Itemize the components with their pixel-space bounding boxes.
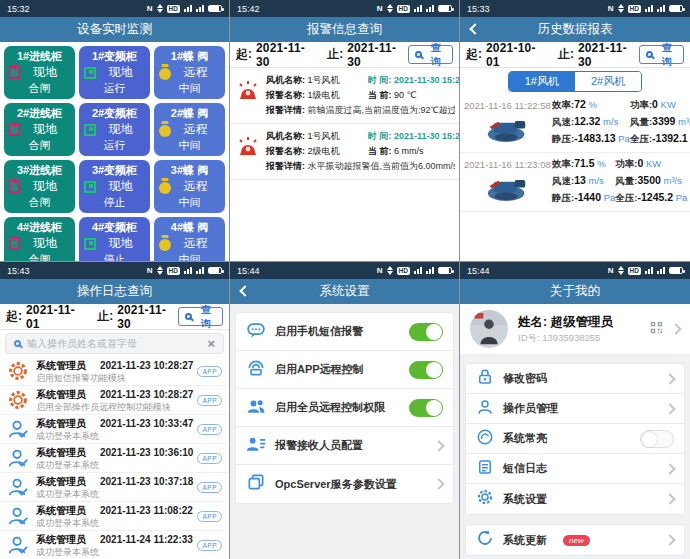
setting-sms-alarm[interactable]: 启用手机短信报警: [236, 313, 453, 351]
signal-icon: [414, 5, 422, 12]
log-timestamp: 2021-11-23 10:28:27: [100, 388, 193, 401]
about-system-settings[interactable]: 系统设置: [466, 484, 684, 514]
device-state: 合闸: [9, 138, 70, 153]
clock: 15:32: [7, 4, 30, 14]
date-to[interactable]: 2021-11-30: [117, 303, 174, 331]
user-check-icon: [6, 447, 30, 469]
battery-icon: [208, 5, 222, 12]
fan-name: 1号风机: [308, 131, 340, 141]
clock: 15:42: [237, 4, 260, 14]
screenshot-collage: 15:32 N HD 设备实时监测 1#进线柜 现地 合闸 1#变频柜 现地: [0, 0, 690, 559]
inverter-icon: [84, 181, 96, 193]
network-speed-icon: [387, 4, 393, 13]
keep-screen-on-toggle[interactable]: [640, 430, 674, 448]
title-bar: 报警信息查询: [230, 17, 459, 42]
breaker-icon: [9, 66, 20, 79]
device-card-incoming-3[interactable]: 3#进线柜 现地 合闸: [4, 160, 75, 213]
user-id: 13935938255: [542, 332, 600, 343]
gear-icon: [6, 360, 30, 382]
back-button[interactable]: [469, 23, 480, 34]
page-title: 关于我的: [550, 283, 600, 300]
fan-name: 1号风机: [308, 75, 340, 85]
device-mode: 现地: [20, 64, 70, 81]
device-card-inverter-4[interactable]: 4#变频柜 现地 停止: [79, 217, 150, 261]
about-keep-screen-on[interactable]: 系统常亮: [466, 424, 684, 454]
device-card-valve-4[interactable]: 4#蝶 阀 远程 中间: [154, 217, 225, 261]
setting-app-remote[interactable]: 启用APP远程控制: [236, 351, 453, 389]
date-from[interactable]: 2021-11-30: [256, 41, 313, 69]
app-remote-toggle[interactable]: [409, 361, 443, 379]
chevron-right-icon: [433, 440, 444, 451]
device-card-valve-3[interactable]: 3#蝶 阀 远程 中间: [154, 160, 225, 213]
alarm-time: 2021-11-30 15:23:36: [394, 75, 459, 85]
device-title: 2#蝶 阀: [159, 106, 220, 121]
panel-history-report: 15:33 N HD 历史数据报表 起: 2021-10-01 止: 2021-…: [460, 0, 690, 261]
operator-search-input[interactable]: 输入操作员姓名或首字母 ×: [5, 333, 224, 354]
alarm-time: 2021-11-30 15:27:26: [394, 131, 459, 141]
battery-icon: [208, 267, 222, 274]
query-button[interactable]: 查 询: [408, 45, 453, 64]
users-icon: [246, 396, 266, 420]
device-card-incoming-4[interactable]: 4#进线柜 现地 合闸: [4, 217, 75, 261]
alarm-current-value: 90 ℃: [394, 90, 417, 100]
signal-icon: [645, 267, 653, 274]
fan-photo: [485, 175, 531, 204]
from-label: 起:: [236, 46, 252, 63]
refresh-icon: [476, 529, 494, 551]
gear-icon: [476, 488, 494, 510]
device-card-incoming-2[interactable]: 2#进线柜 现地 合闸: [4, 103, 75, 156]
device-card-inverter-3[interactable]: 3#变频柜 现地 停止: [79, 160, 150, 213]
query-button[interactable]: 查 询: [639, 45, 684, 64]
brightness-logo-icon: [476, 428, 494, 450]
device-card-inverter-2[interactable]: 2#变频柜 现地 运行: [79, 103, 150, 156]
user-check-icon: [6, 534, 30, 556]
setting-alarm-receivers[interactable]: 报警接收人员配置: [236, 427, 453, 465]
signal-icon: [414, 267, 422, 274]
user-list-icon: [246, 434, 266, 458]
tab-fan-1[interactable]: 1#风机: [509, 72, 575, 91]
nfc-icon: N: [608, 4, 614, 13]
device-card-grid: 1#进线柜 现地 合闸 1#变频柜 现地 运行 1#蝶 阀 远程 中间 2#进线…: [0, 42, 229, 261]
from-label: 起:: [466, 46, 482, 63]
to-label: 止:: [97, 308, 113, 325]
setting-opcserver-params[interactable]: OpcServer服务参数设置: [236, 465, 453, 503]
query-button[interactable]: 查 询: [178, 307, 223, 326]
total-pressure-value: -1245.2: [637, 191, 673, 203]
back-button[interactable]: [239, 285, 250, 296]
app-badge: APP: [197, 540, 222, 551]
clock: 15:43: [7, 266, 30, 276]
about-sms-log[interactable]: 短信日志: [466, 454, 684, 484]
signal-icon: [645, 5, 653, 12]
device-card-inverter-1[interactable]: 1#变频柜 现地 运行: [79, 46, 150, 99]
network-speed-icon: [618, 266, 624, 275]
alarm-name: 2级电机: [308, 146, 340, 156]
user-check-icon: [6, 476, 30, 498]
valve-icon: [159, 239, 171, 251]
about-change-password[interactable]: 修改密码: [466, 364, 684, 394]
status-bar: 15:43 N HD: [0, 262, 229, 279]
chevron-right-icon: [664, 463, 675, 474]
about-operator-management[interactable]: 操作员管理: [466, 394, 684, 424]
date-to[interactable]: 2021-11-30: [347, 41, 404, 69]
about-system-update[interactable]: 系统更新 new: [466, 525, 684, 555]
chevron-right-icon: [664, 403, 675, 414]
clear-search-icon[interactable]: ×: [207, 337, 215, 350]
date-from[interactable]: 2021-10-01: [486, 41, 544, 69]
app-badge: APP: [197, 424, 222, 435]
date-from[interactable]: 2021-11-01: [26, 303, 83, 331]
profile-row[interactable]: 姓名: 超级管理员 ID号: 13935938255: [460, 304, 690, 354]
device-card-valve-1[interactable]: 1#蝶 阀 远程 中间: [154, 46, 225, 99]
status-icons: N HD: [377, 4, 452, 13]
tab-fan-2[interactable]: 2#风机: [575, 72, 641, 91]
device-card-incoming-1[interactable]: 1#进线柜 现地 合闸: [4, 46, 75, 99]
date-to[interactable]: 2021-11-30: [578, 41, 635, 69]
status-bar: 15:44 N HD: [460, 262, 690, 279]
device-card-valve-2[interactable]: 2#蝶 阀 远程 中间: [154, 103, 225, 156]
device-state: 合闸: [9, 195, 70, 210]
status-icons: N HD: [608, 266, 683, 275]
setting-all-users-remote[interactable]: 启用全员远程控制权限: [236, 389, 453, 427]
all-users-remote-toggle[interactable]: [409, 399, 443, 417]
qr-code-icon[interactable]: [649, 320, 664, 339]
static-pressure-value: -1440: [574, 191, 601, 203]
sms-alarm-toggle[interactable]: [409, 323, 443, 341]
